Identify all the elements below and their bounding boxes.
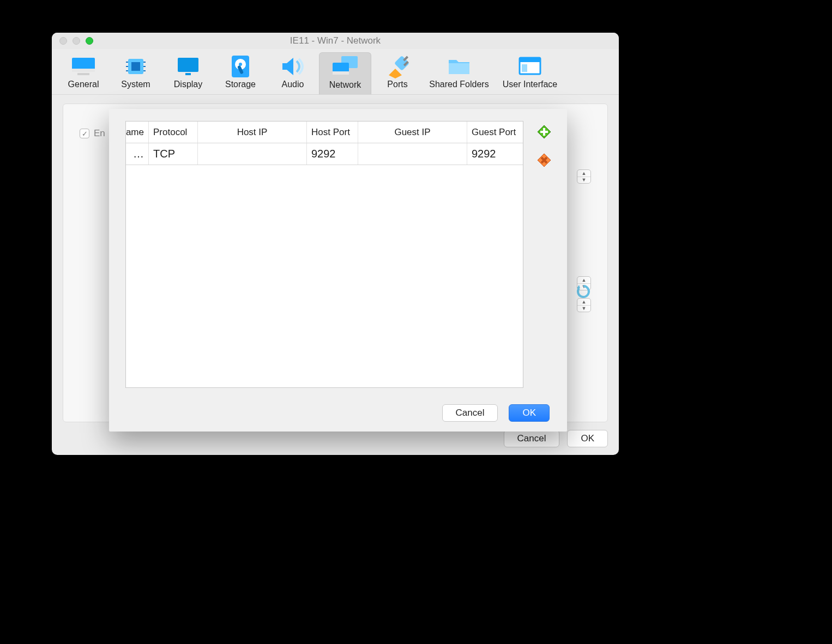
cell-name[interactable]: … — [126, 143, 149, 165]
tab-label: Display — [174, 80, 202, 89]
tab-label: General — [68, 80, 99, 89]
cell-protocol[interactable]: TCP — [149, 143, 198, 165]
stepper[interactable]: ▲▼ — [577, 298, 591, 312]
svg-rect-26 — [522, 64, 527, 72]
tab-audio[interactable]: Audio — [267, 52, 319, 94]
disk-icon — [227, 54, 254, 78]
cell-guest-port[interactable]: 9292 — [467, 143, 522, 165]
window-minimize[interactable] — [73, 37, 80, 45]
enable-adapter-row: ✓ En — [80, 128, 105, 139]
cell-host-port[interactable]: 9292 — [307, 143, 358, 165]
rule-buttons — [535, 123, 553, 169]
dialog-footer: Cancel OK — [442, 404, 550, 422]
titlebar: IE11 - Win7 - Network — [52, 33, 619, 49]
tab-label: User Interface — [503, 80, 557, 89]
svg-rect-1 — [72, 69, 95, 72]
tab-display[interactable]: Display — [162, 52, 214, 94]
tab-system[interactable]: System — [110, 52, 162, 94]
col-host-port[interactable]: Host Port — [307, 121, 358, 143]
display-icon — [174, 54, 202, 78]
tab-label: Network — [329, 80, 361, 90]
enable-adapter-label-fragment: En — [94, 128, 105, 139]
cell-guest-ip[interactable] — [358, 143, 467, 165]
col-host-ip[interactable]: Host IP — [198, 121, 307, 143]
port-forwarding-dialog: lame Protocol Host IP Host Port Guest IP… — [109, 109, 567, 432]
dialog-ok-button[interactable]: OK — [509, 404, 550, 422]
svg-rect-12 — [185, 73, 191, 75]
stepper[interactable]: ▲▼ — [577, 169, 591, 184]
tab-label: Ports — [387, 80, 407, 89]
svg-rect-19 — [333, 71, 349, 75]
tab-ports[interactable]: Ports — [371, 52, 424, 94]
tab-general[interactable]: General — [57, 52, 110, 94]
svg-rect-11 — [178, 58, 198, 72]
folder-icon — [445, 54, 473, 78]
cell-host-ip[interactable] — [198, 143, 307, 165]
remove-rule-button[interactable] — [535, 151, 553, 169]
tab-shared-folders[interactable]: Shared Folders — [424, 52, 495, 94]
chip-icon — [122, 54, 149, 78]
svg-point-15 — [239, 63, 242, 66]
refresh-icon[interactable] — [576, 284, 591, 299]
tab-user-interface[interactable]: User Interface — [495, 52, 565, 94]
svg-rect-23 — [449, 63, 469, 74]
window-maximize[interactable] — [86, 37, 93, 45]
ui-icon — [516, 54, 544, 78]
add-rule-button[interactable] — [535, 123, 553, 141]
tab-label: Shared Folders — [429, 80, 489, 89]
network-icon — [331, 55, 359, 79]
settings-toolbar: General System Display Storage Audio — [52, 49, 619, 95]
window-close[interactable] — [59, 37, 67, 45]
svg-rect-28 — [540, 131, 548, 133]
table-row[interactable]: … TCP 9292 9292 — [126, 143, 523, 165]
col-guest-port[interactable]: Guest Port — [467, 121, 522, 143]
monitor-icon — [70, 54, 97, 78]
col-name[interactable]: lame — [126, 121, 149, 143]
svg-rect-2 — [77, 73, 89, 75]
window-ok-button[interactable]: OK — [567, 430, 608, 447]
tab-network[interactable]: Network — [319, 52, 371, 94]
col-guest-ip[interactable]: Guest IP — [358, 121, 467, 143]
port-forwarding-table: lame Protocol Host IP Host Port Guest IP… — [125, 121, 523, 388]
svg-rect-4 — [131, 62, 140, 71]
tab-label: Storage — [225, 80, 256, 89]
window-cancel-button[interactable]: Cancel — [504, 430, 560, 447]
traffic-lights — [52, 37, 93, 45]
plug-icon — [384, 54, 411, 78]
window-title: IE11 - Win7 - Network — [52, 35, 619, 46]
enable-adapter-checkbox[interactable]: ✓ — [80, 129, 89, 138]
window-footer: Cancel OK — [504, 430, 608, 447]
table-header-row: lame Protocol Host IP Host Port Guest IP… — [126, 121, 523, 143]
svg-rect-25 — [520, 58, 540, 62]
tab-label: Audio — [282, 80, 304, 89]
tab-storage[interactable]: Storage — [214, 52, 267, 94]
dialog-cancel-button[interactable]: Cancel — [442, 404, 498, 422]
tab-label: System — [121, 80, 150, 89]
speaker-icon — [279, 54, 306, 78]
col-protocol[interactable]: Protocol — [149, 121, 198, 143]
